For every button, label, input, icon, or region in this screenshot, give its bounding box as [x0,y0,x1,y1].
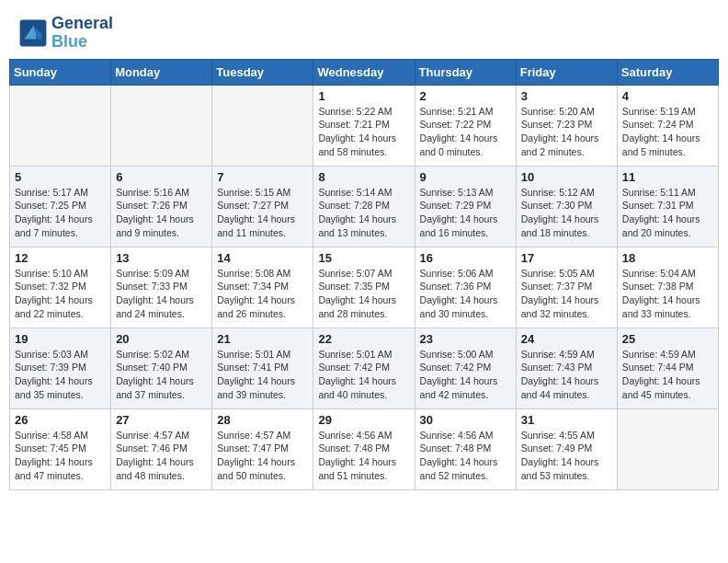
day-info: Sunrise: 5:10 AMSunset: 7:32 PMDaylight:… [15,267,106,321]
day-info: Sunrise: 4:59 AMSunset: 7:43 PMDaylight:… [521,348,612,402]
day-info: Sunrise: 5:19 AMSunset: 7:24 PMDaylight:… [622,105,713,159]
day-number: 13 [116,251,207,265]
day-info: Sunrise: 4:56 AMSunset: 7:48 PMDaylight:… [420,429,511,483]
day-number: 24 [521,332,612,346]
day-number: 31 [521,413,612,427]
day-info: Sunrise: 5:02 AMSunset: 7:40 PMDaylight:… [116,348,207,402]
calendar-body: 1Sunrise: 5:22 AMSunset: 7:21 PMDaylight… [10,85,719,489]
calendar-day-cell: 1Sunrise: 5:22 AMSunset: 7:21 PMDaylight… [313,85,415,166]
day-number: 21 [217,332,308,346]
calendar-day-cell: 12Sunrise: 5:10 AMSunset: 7:32 PMDayligh… [10,247,111,327]
calendar-day-cell [617,408,718,489]
calendar-day-cell: 18Sunrise: 5:04 AMSunset: 7:38 PMDayligh… [617,247,718,327]
calendar-day-cell: 13Sunrise: 5:09 AMSunset: 7:33 PMDayligh… [111,247,212,327]
calendar-day-cell: 23Sunrise: 5:00 AMSunset: 7:42 PMDayligh… [415,327,516,408]
weekday-header: Friday [516,59,617,85]
day-number: 17 [521,251,612,265]
day-info: Sunrise: 5:04 AMSunset: 7:38 PMDaylight:… [622,267,713,321]
day-info: Sunrise: 5:14 AMSunset: 7:28 PMDaylight:… [318,186,409,240]
day-info: Sunrise: 5:13 AMSunset: 7:29 PMDaylight:… [420,186,511,240]
calendar-day-cell [10,85,111,166]
calendar-day-cell: 4Sunrise: 5:19 AMSunset: 7:24 PMDaylight… [617,85,718,166]
calendar-day-cell: 17Sunrise: 5:05 AMSunset: 7:37 PMDayligh… [516,247,617,327]
calendar-day-cell: 10Sunrise: 5:12 AMSunset: 7:30 PMDayligh… [516,166,617,247]
calendar-week-row: 1Sunrise: 5:22 AMSunset: 7:21 PMDaylight… [10,85,719,166]
weekday-header: Wednesday [313,59,415,85]
day-info: Sunrise: 4:59 AMSunset: 7:44 PMDaylight:… [622,348,713,402]
calendar-day-cell: 19Sunrise: 5:03 AMSunset: 7:39 PMDayligh… [10,327,111,408]
calendar-day-cell: 6Sunrise: 5:16 AMSunset: 7:26 PMDaylight… [111,166,212,247]
logo-icon [18,18,48,48]
calendar-day-cell [212,85,313,166]
page-header: General Blue [0,0,728,59]
logo-text: General Blue [51,15,113,52]
day-number: 25 [622,332,713,346]
weekday-header: Monday [111,59,212,85]
calendar-header: SundayMondayTuesdayWednesdayThursdayFrid… [10,59,719,85]
calendar-day-cell: 3Sunrise: 5:20 AMSunset: 7:23 PMDaylight… [516,85,617,166]
day-number: 22 [318,332,409,346]
day-number: 12 [15,251,106,265]
day-number: 6 [116,170,207,184]
calendar-table: SundayMondayTuesdayWednesdayThursdayFrid… [9,59,719,490]
calendar-week-row: 19Sunrise: 5:03 AMSunset: 7:39 PMDayligh… [10,327,719,408]
day-info: Sunrise: 5:01 AMSunset: 7:42 PMDaylight:… [318,348,409,402]
day-number: 8 [318,170,409,184]
day-info: Sunrise: 5:05 AMSunset: 7:37 PMDaylight:… [521,267,612,321]
day-number: 29 [318,413,409,427]
weekday-header: Thursday [415,59,516,85]
day-number: 10 [521,170,612,184]
day-number: 26 [15,413,106,427]
calendar-day-cell: 25Sunrise: 4:59 AMSunset: 7:44 PMDayligh… [617,327,718,408]
day-info: Sunrise: 5:11 AMSunset: 7:31 PMDaylight:… [622,186,713,240]
day-info: Sunrise: 5:17 AMSunset: 7:25 PMDaylight:… [15,186,106,240]
day-info: Sunrise: 5:22 AMSunset: 7:21 PMDaylight:… [318,105,409,159]
day-info: Sunrise: 4:57 AMSunset: 7:46 PMDaylight:… [116,429,207,483]
day-info: Sunrise: 4:58 AMSunset: 7:45 PMDaylight:… [15,429,106,483]
calendar-day-cell: 30Sunrise: 4:56 AMSunset: 7:48 PMDayligh… [415,408,516,489]
calendar-day-cell: 29Sunrise: 4:56 AMSunset: 7:48 PMDayligh… [313,408,415,489]
calendar-day-cell: 7Sunrise: 5:15 AMSunset: 7:27 PMDaylight… [212,166,313,247]
calendar-day-cell: 24Sunrise: 4:59 AMSunset: 7:43 PMDayligh… [516,327,617,408]
day-number: 23 [420,332,511,346]
day-number: 20 [116,332,207,346]
day-number: 9 [420,170,511,184]
calendar-day-cell: 9Sunrise: 5:13 AMSunset: 7:29 PMDaylight… [415,166,516,247]
day-number: 2 [420,89,511,103]
day-number: 19 [15,332,106,346]
calendar-week-row: 12Sunrise: 5:10 AMSunset: 7:32 PMDayligh… [10,247,719,327]
day-number: 11 [622,170,713,184]
day-info: Sunrise: 5:09 AMSunset: 7:33 PMDaylight:… [116,267,207,321]
day-info: Sunrise: 5:15 AMSunset: 7:27 PMDaylight:… [217,186,308,240]
calendar-day-cell: 11Sunrise: 5:11 AMSunset: 7:31 PMDayligh… [617,166,718,247]
day-info: Sunrise: 5:07 AMSunset: 7:35 PMDaylight:… [318,267,409,321]
day-number: 27 [116,413,207,427]
day-number: 18 [622,251,713,265]
calendar-day-cell: 26Sunrise: 4:58 AMSunset: 7:45 PMDayligh… [10,408,111,489]
day-number: 14 [217,251,308,265]
day-number: 1 [318,89,409,103]
day-info: Sunrise: 5:03 AMSunset: 7:39 PMDaylight:… [15,348,106,402]
calendar-day-cell: 16Sunrise: 5:06 AMSunset: 7:36 PMDayligh… [415,247,516,327]
calendar-week-row: 5Sunrise: 5:17 AMSunset: 7:25 PMDaylight… [10,166,719,247]
weekday-row: SundayMondayTuesdayWednesdayThursdayFrid… [10,59,719,85]
day-info: Sunrise: 5:21 AMSunset: 7:22 PMDaylight:… [420,105,511,159]
day-info: Sunrise: 5:12 AMSunset: 7:30 PMDaylight:… [521,186,612,240]
calendar-week-row: 26Sunrise: 4:58 AMSunset: 7:45 PMDayligh… [10,408,719,489]
weekday-header: Tuesday [212,59,313,85]
day-number: 30 [420,413,511,427]
day-number: 16 [420,251,511,265]
day-info: Sunrise: 5:00 AMSunset: 7:42 PMDaylight:… [420,348,511,402]
day-info: Sunrise: 5:08 AMSunset: 7:34 PMDaylight:… [217,267,308,321]
day-info: Sunrise: 5:06 AMSunset: 7:36 PMDaylight:… [420,267,511,321]
weekday-header: Sunday [10,59,111,85]
calendar-day-cell: 27Sunrise: 4:57 AMSunset: 7:46 PMDayligh… [111,408,212,489]
day-number: 4 [622,89,713,103]
calendar-day-cell: 21Sunrise: 5:01 AMSunset: 7:41 PMDayligh… [212,327,313,408]
day-info: Sunrise: 4:56 AMSunset: 7:48 PMDaylight:… [318,429,409,483]
calendar-day-cell: 31Sunrise: 4:55 AMSunset: 7:49 PMDayligh… [516,408,617,489]
weekday-header: Saturday [617,59,718,85]
day-info: Sunrise: 4:55 AMSunset: 7:49 PMDaylight:… [521,429,612,483]
day-info: Sunrise: 5:16 AMSunset: 7:26 PMDaylight:… [116,186,207,240]
day-info: Sunrise: 5:01 AMSunset: 7:41 PMDaylight:… [217,348,308,402]
